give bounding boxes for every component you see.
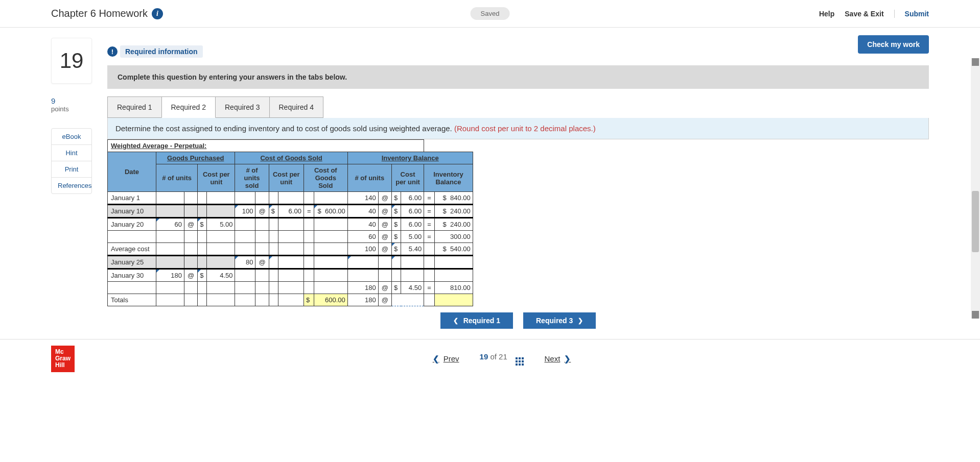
check-work-button[interactable]: Check my work <box>858 35 929 54</box>
tab-required-3[interactable]: Required 3 <box>215 96 270 118</box>
table-row: Totals $600.00 180@ <box>108 294 473 306</box>
ebook-link[interactable]: eBook <box>52 129 91 145</box>
save-exit-link[interactable]: Save & Exit <box>845 10 883 18</box>
section-inventory-balance: Inventory Balance <box>347 152 473 164</box>
instruction-bar: Complete this question by entering your … <box>107 65 929 89</box>
references-link[interactable]: References <box>52 178 91 193</box>
tab-required-4[interactable]: Required 4 <box>269 96 324 118</box>
inventory-table: Weighted Average - Perpetual: Date Goods… <box>107 139 473 306</box>
chevron-left-icon: ❮ <box>453 317 458 324</box>
exclamation-icon: ! <box>107 46 118 57</box>
required-info-label: Required information <box>120 45 203 58</box>
current-question: 19 <box>480 352 488 361</box>
scroll-thumb[interactable] <box>972 191 979 252</box>
table-title: Weighted Average - Perpetual: <box>108 140 424 152</box>
table-row: January 25 80@ <box>108 256 473 269</box>
page-title: Chapter 6 Homework <box>51 8 148 19</box>
col-gp-units: # of units <box>156 164 198 192</box>
col-cogs-units: # of units sold <box>235 164 269 192</box>
points-label: points <box>51 105 92 113</box>
top-bar: Chapter 6 Homework i Saved Help Save & E… <box>0 0 980 28</box>
col-cogs-total: Cost of Goods Sold <box>304 164 347 192</box>
prev-question-button[interactable]: ❮Prev <box>433 354 459 363</box>
grid-icon[interactable] <box>516 357 524 366</box>
table-row: January 10 100@ $6.00 =$ 600.00 40@ $6.0… <box>108 205 473 218</box>
col-ib-cost: Cost per unit <box>391 164 424 192</box>
table-row: January 1 140@ $6.00 =$ 840.00 <box>108 192 473 205</box>
tabs-row: Required 1 Required 2 Required 3 Require… <box>107 96 929 118</box>
scrollbar[interactable] <box>971 58 980 319</box>
table-row: January 20 60@ $5.00 40@ $6.00 =$ 240.00 <box>108 218 473 231</box>
chevron-right-icon: ❯ <box>564 354 571 363</box>
table-row: January 30 180@ $4.50 <box>108 269 473 282</box>
question-number: 19 <box>51 38 92 84</box>
scroll-down-arrow[interactable] <box>972 311 979 319</box>
section-cogs: Cost of Goods Sold <box>235 152 347 164</box>
table-row: 60@ $5.00 =300.00 <box>108 231 473 243</box>
scroll-up-arrow[interactable] <box>972 58 979 66</box>
chevron-left-icon: ❮ <box>433 354 439 363</box>
hint-link[interactable]: Hint <box>52 145 91 161</box>
info-icon[interactable]: i <box>152 8 163 19</box>
section-goods-purchased: Goods Purchased <box>156 152 235 164</box>
tab-description: Determine the cost assigned to ending in… <box>107 118 929 139</box>
chevron-right-icon: ❯ <box>578 317 583 324</box>
next-tab-button[interactable]: Required 3❯ <box>523 312 596 329</box>
bottom-bar: McGrawHill ❮Prev 19 of 21 Next❯ <box>0 339 980 378</box>
col-ib-total: Inventory Balance <box>424 164 473 192</box>
tab-required-1[interactable]: Required 1 <box>107 96 162 118</box>
col-gp-cost: Cost per unit <box>198 164 235 192</box>
col-date: Date <box>108 152 156 192</box>
mcgraw-hill-logo: McGrawHill <box>51 346 75 372</box>
next-question-button[interactable]: Next❯ <box>544 354 571 363</box>
saved-badge: Saved <box>471 7 510 20</box>
print-link[interactable]: Print <box>52 161 91 178</box>
help-link[interactable]: Help <box>819 10 834 18</box>
required-info-badge[interactable]: ! Required information <box>107 45 203 58</box>
col-ib-units: # of units <box>347 164 391 192</box>
table-row: Average cost 100@ $5.40 $ 540.00 <box>108 243 473 256</box>
prev-tab-button[interactable]: ❮Required 1 <box>440 312 513 329</box>
points-value: 9 <box>51 96 92 105</box>
total-questions: 21 <box>499 352 507 361</box>
submit-link[interactable]: Submit <box>894 10 929 18</box>
tab-required-2[interactable]: Required 2 <box>161 96 216 118</box>
table-row: 180@ $4.50 =810.00 <box>108 282 473 294</box>
col-cogs-cost: Cost per unit <box>269 164 304 192</box>
